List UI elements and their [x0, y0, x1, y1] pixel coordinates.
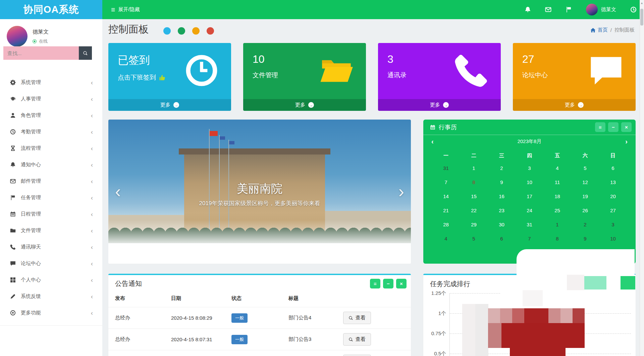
calendar-day[interactable]: 5	[571, 161, 599, 175]
calendar-day[interactable]: 1	[543, 218, 571, 232]
close-button[interactable]: ×	[621, 122, 632, 132]
sidebar-item-roles[interactable]: 角色管理‹	[0, 107, 102, 124]
scrollbar-thumb[interactable]	[640, 9, 643, 26]
sidebar-item-forum[interactable]: 论坛中心‹	[0, 255, 102, 272]
view-button[interactable]: 查看	[343, 312, 371, 324]
calendar-day[interactable]: 6	[488, 232, 516, 246]
chevron-left-icon: ‹	[91, 310, 93, 316]
calendar-day[interactable]: 23	[488, 204, 516, 218]
breadcrumb-home-link[interactable]: 首页	[590, 27, 608, 33]
card-more-link[interactable]: 更多 →	[513, 99, 636, 111]
calendar-day[interactable]: 6	[599, 161, 627, 175]
sidebar-item-more[interactable]: 更多功能‹	[0, 305, 102, 321]
calendar-day[interactable]: 3	[599, 218, 627, 232]
calendar-day[interactable]: 3	[516, 161, 543, 175]
calendar-day[interactable]: 9	[571, 232, 599, 246]
view-button[interactable]: 查看	[343, 355, 371, 356]
calendar-day[interactable]: 1	[460, 161, 488, 175]
phone-icon	[454, 53, 489, 88]
calendar-day[interactable]: 24	[516, 204, 543, 218]
sidebar-item-schedule[interactable]: 日程管理‹	[0, 206, 102, 222]
red-dot	[207, 27, 214, 35]
carousel-next-button[interactable]: ›	[398, 183, 404, 200]
sidebar-item-files[interactable]: 文件管理‹	[0, 222, 102, 239]
calendar-day[interactable]: 5	[460, 232, 488, 246]
close-button[interactable]: ×	[396, 279, 407, 288]
calendar-day[interactable]: 10	[516, 175, 543, 189]
sidebar-item-personal[interactable]: 个人中心‹	[0, 272, 102, 288]
sidebar-item-feedback[interactable]: 系统反馈‹	[0, 288, 102, 305]
calendar-day[interactable]: 14	[432, 189, 460, 204]
card-more-link[interactable]: 更多 →	[243, 99, 366, 111]
calendar-day[interactable]: 17	[516, 189, 543, 204]
calendar-day[interactable]: 13	[599, 175, 627, 189]
calendar-day[interactable]: 9	[488, 175, 516, 189]
sidebar-item-tasks[interactable]: 任务管理‹	[0, 189, 102, 206]
stat-card-files[interactable]: 10 文件管理 更多 →	[243, 43, 366, 111]
bell-icon[interactable]	[525, 6, 531, 13]
user-menu[interactable]: 德莱文	[586, 4, 616, 15]
orange-dot	[192, 27, 200, 35]
calendar-day[interactable]: 19	[571, 189, 599, 204]
flag-icon	[10, 195, 16, 201]
card-more-link[interactable]: 更多 →	[378, 99, 501, 111]
calendar-day[interactable]: 26	[571, 204, 599, 218]
carousel-prev-button[interactable]: ‹	[115, 183, 121, 200]
calendar-day[interactable]: 20	[599, 189, 627, 204]
calendar-day[interactable]: 22	[460, 204, 488, 218]
calendar-day[interactable]: 29	[460, 218, 488, 232]
calendar-day[interactable]: 18	[543, 189, 571, 204]
stat-card-checkin[interactable]: 已签到 点击下班签到 更多 →	[108, 43, 231, 111]
calendar-day[interactable]: 4	[543, 161, 571, 175]
card-label[interactable]: 点击下班签到	[118, 73, 156, 82]
calendar-day[interactable]: 2	[488, 161, 516, 175]
calendar-day[interactable]: 8	[543, 232, 571, 246]
calendar-day[interactable]: 2	[571, 218, 599, 232]
calendar-day[interactable]: 11	[543, 175, 571, 189]
flag-icon[interactable]	[566, 6, 572, 13]
mail-icon[interactable]	[545, 6, 551, 13]
sidebar-item-attendance[interactable]: 考勤管理‹	[0, 124, 102, 140]
minimize-button[interactable]: −	[383, 279, 393, 288]
scrollbar[interactable]: ▲	[640, 0, 644, 356]
calendar-day[interactable]: 16	[488, 189, 516, 204]
sidebar-item-system[interactable]: 系统管理‹	[0, 74, 102, 91]
card-more-link[interactable]: 更多 →	[108, 99, 231, 111]
sidebar-item-workflow[interactable]: 流程管理‹	[0, 140, 102, 157]
scroll-up-arrow[interactable]: ▲	[640, 1, 643, 5]
calendar-day[interactable]: 25	[543, 204, 571, 218]
view-button[interactable]: 查看	[343, 333, 371, 346]
avatar[interactable]	[7, 26, 28, 47]
y-axis-tick: 0.5个	[425, 351, 446, 356]
stat-card-forum[interactable]: 27 论坛中心 更多 →	[513, 43, 636, 111]
calendar-day[interactable]: 28	[432, 218, 460, 232]
sidebar-item-label: 流程管理	[21, 145, 41, 151]
folder-icon	[10, 228, 16, 233]
calendar-day[interactable]: 7	[516, 232, 543, 246]
calendar-day[interactable]: 4	[432, 232, 460, 246]
minimize-button[interactable]: −	[608, 122, 619, 132]
calendar-day[interactable]: 31	[516, 218, 543, 232]
search-input[interactable]	[3, 46, 79, 60]
collapse-menu-button[interactable]: ≡	[595, 122, 605, 132]
calendar-day[interactable]: 7	[432, 175, 460, 189]
calendar-day[interactable]: 10	[599, 232, 627, 246]
stat-card-contacts[interactable]: 3 通讯录 更多 →	[378, 43, 501, 111]
calendar-next-month-button[interactable]: ›	[625, 138, 628, 145]
calendar-day[interactable]: 21	[432, 204, 460, 218]
clock-icon[interactable]	[630, 6, 637, 13]
calendar-prev-month-button[interactable]: ‹	[431, 138, 434, 145]
collapse-menu-button[interactable]: ≡	[370, 279, 380, 288]
sidebar-toggle-button[interactable]: ≡ 展开/隐藏	[111, 0, 140, 19]
calendar-day[interactable]: 27	[599, 204, 627, 218]
calendar-day[interactable]: 30	[488, 218, 516, 232]
sidebar-item-mail[interactable]: 邮件管理‹	[0, 173, 102, 189]
sidebar-item-notifications[interactable]: 通知中心‹	[0, 157, 102, 173]
sidebar-item-chat[interactable]: 通讯聊天‹	[0, 239, 102, 255]
calendar-day[interactable]: 12	[571, 175, 599, 189]
sidebar-item-hr[interactable]: 人事管理‹	[0, 91, 102, 107]
calendar-day[interactable]: 31	[432, 161, 460, 175]
calendar-day-today[interactable]: 8	[460, 175, 488, 189]
search-button[interactable]	[79, 46, 92, 60]
calendar-day[interactable]: 15	[460, 189, 488, 204]
